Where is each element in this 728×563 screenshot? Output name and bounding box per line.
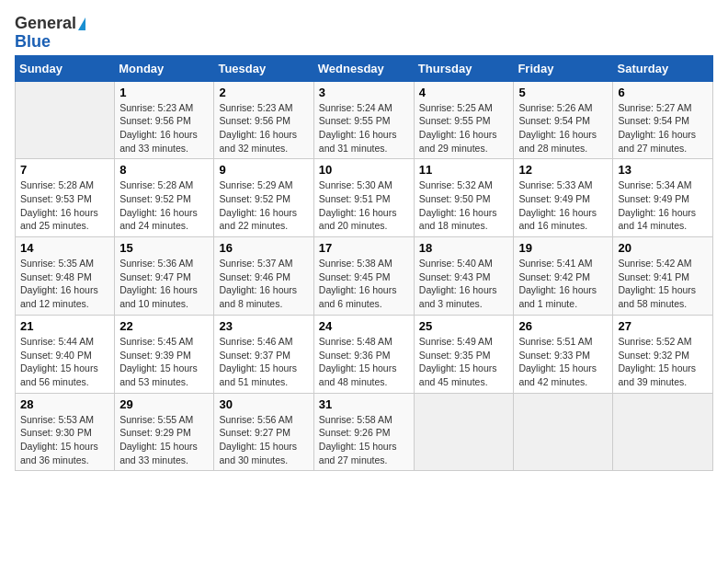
calendar-cell: 31Sunrise: 5:58 AM Sunset: 9:26 PM Dayli… xyxy=(313,393,414,471)
day-info: Sunrise: 5:56 AM Sunset: 9:27 PM Dayligh… xyxy=(219,413,308,467)
day-number: 8 xyxy=(119,163,209,177)
calendar-week-row: 21Sunrise: 5:44 AM Sunset: 9:40 PM Dayli… xyxy=(16,315,713,393)
calendar-cell: 8Sunrise: 5:28 AM Sunset: 9:52 PM Daylig… xyxy=(115,159,214,237)
logo: General Blue xyxy=(15,15,85,52)
day-info: Sunrise: 5:48 AM Sunset: 9:36 PM Dayligh… xyxy=(319,335,409,389)
day-number: 16 xyxy=(219,241,308,255)
calendar-cell: 13Sunrise: 5:34 AM Sunset: 9:49 PM Dayli… xyxy=(613,159,713,237)
day-info: Sunrise: 5:38 AM Sunset: 9:45 PM Dayligh… xyxy=(319,257,409,311)
logo-general-text: General xyxy=(15,14,76,32)
day-number: 17 xyxy=(319,241,409,255)
calendar-cell: 16Sunrise: 5:37 AM Sunset: 9:46 PM Dayli… xyxy=(214,237,313,316)
day-number: 15 xyxy=(119,241,209,255)
calendar-cell: 14Sunrise: 5:35 AM Sunset: 9:48 PM Dayli… xyxy=(16,237,115,316)
day-number: 31 xyxy=(319,397,409,411)
calendar-cell: 29Sunrise: 5:55 AM Sunset: 9:29 PM Dayli… xyxy=(115,393,214,471)
day-info: Sunrise: 5:25 AM Sunset: 9:55 PM Dayligh… xyxy=(419,101,509,155)
calendar-cell xyxy=(414,393,514,471)
calendar-cell: 9Sunrise: 5:29 AM Sunset: 9:52 PM Daylig… xyxy=(214,159,313,237)
day-info: Sunrise: 5:44 AM Sunset: 9:40 PM Dayligh… xyxy=(20,335,109,389)
calendar-cell: 15Sunrise: 5:36 AM Sunset: 9:47 PM Dayli… xyxy=(115,237,214,316)
day-number: 9 xyxy=(219,163,308,177)
day-info: Sunrise: 5:42 AM Sunset: 9:41 PM Dayligh… xyxy=(618,257,708,311)
calendar-week-row: 1Sunrise: 5:23 AM Sunset: 9:56 PM Daylig… xyxy=(16,81,713,159)
calendar-cell: 20Sunrise: 5:42 AM Sunset: 9:41 PM Dayli… xyxy=(613,237,713,316)
day-info: Sunrise: 5:36 AM Sunset: 9:47 PM Dayligh… xyxy=(119,257,209,311)
day-number: 13 xyxy=(618,163,708,177)
day-number: 22 xyxy=(119,319,209,333)
day-number: 19 xyxy=(518,241,608,255)
day-number: 24 xyxy=(319,319,409,333)
calendar-cell: 5Sunrise: 5:26 AM Sunset: 9:54 PM Daylig… xyxy=(514,81,613,159)
day-info: Sunrise: 5:34 AM Sunset: 9:49 PM Dayligh… xyxy=(618,178,708,233)
day-info: Sunrise: 5:32 AM Sunset: 9:50 PM Dayligh… xyxy=(419,178,509,233)
calendar-dow-header: Saturday xyxy=(613,55,713,81)
calendar-cell: 12Sunrise: 5:33 AM Sunset: 9:49 PM Dayli… xyxy=(514,159,613,237)
calendar-cell: 10Sunrise: 5:30 AM Sunset: 9:51 PM Dayli… xyxy=(313,159,414,237)
calendar-cell: 28Sunrise: 5:53 AM Sunset: 9:30 PM Dayli… xyxy=(16,393,115,471)
calendar-dow-header: Wednesday xyxy=(313,55,414,81)
day-number: 21 xyxy=(20,319,109,333)
day-info: Sunrise: 5:29 AM Sunset: 9:52 PM Dayligh… xyxy=(219,178,308,233)
day-info: Sunrise: 5:55 AM Sunset: 9:29 PM Dayligh… xyxy=(119,413,209,467)
day-number: 4 xyxy=(419,86,509,99)
day-number: 30 xyxy=(219,397,308,411)
day-number: 11 xyxy=(419,163,509,177)
day-info: Sunrise: 5:51 AM Sunset: 9:33 PM Dayligh… xyxy=(518,335,608,389)
day-info: Sunrise: 5:28 AM Sunset: 9:52 PM Dayligh… xyxy=(119,178,209,233)
day-number: 25 xyxy=(419,319,509,333)
calendar-cell: 4Sunrise: 5:25 AM Sunset: 9:55 PM Daylig… xyxy=(414,81,514,159)
day-info: Sunrise: 5:27 AM Sunset: 9:54 PM Dayligh… xyxy=(618,101,708,155)
calendar-cell: 17Sunrise: 5:38 AM Sunset: 9:45 PM Dayli… xyxy=(313,237,414,316)
calendar-week-row: 28Sunrise: 5:53 AM Sunset: 9:30 PM Dayli… xyxy=(16,393,713,471)
calendar-cell: 21Sunrise: 5:44 AM Sunset: 9:40 PM Dayli… xyxy=(16,315,115,393)
calendar-dow-header: Sunday xyxy=(16,55,115,81)
calendar-cell xyxy=(16,81,115,159)
day-number: 20 xyxy=(618,241,708,255)
logo-blue-text: Blue xyxy=(15,33,85,52)
calendar-cell: 3Sunrise: 5:24 AM Sunset: 9:55 PM Daylig… xyxy=(313,81,414,159)
calendar-table: SundayMondayTuesdayWednesdayThursdayFrid… xyxy=(15,55,713,472)
calendar-cell: 22Sunrise: 5:45 AM Sunset: 9:39 PM Dayli… xyxy=(115,315,214,393)
day-number: 18 xyxy=(419,241,509,255)
calendar-cell: 11Sunrise: 5:32 AM Sunset: 9:50 PM Dayli… xyxy=(414,159,514,237)
calendar-cell xyxy=(613,393,713,471)
day-number: 12 xyxy=(518,163,608,177)
day-number: 28 xyxy=(20,397,109,411)
day-info: Sunrise: 5:26 AM Sunset: 9:54 PM Dayligh… xyxy=(518,101,608,155)
day-info: Sunrise: 5:53 AM Sunset: 9:30 PM Dayligh… xyxy=(20,413,109,467)
day-info: Sunrise: 5:24 AM Sunset: 9:55 PM Dayligh… xyxy=(319,101,409,155)
calendar-cell: 2Sunrise: 5:23 AM Sunset: 9:56 PM Daylig… xyxy=(214,81,313,159)
day-info: Sunrise: 5:37 AM Sunset: 9:46 PM Dayligh… xyxy=(219,257,308,311)
day-number: 14 xyxy=(20,241,109,255)
day-info: Sunrise: 5:52 AM Sunset: 9:32 PM Dayligh… xyxy=(618,335,708,389)
day-number: 5 xyxy=(518,86,608,99)
day-number: 10 xyxy=(319,163,409,177)
calendar-cell: 23Sunrise: 5:46 AM Sunset: 9:37 PM Dayli… xyxy=(214,315,313,393)
calendar-dow-header: Friday xyxy=(514,55,613,81)
calendar-cell: 19Sunrise: 5:41 AM Sunset: 9:42 PM Dayli… xyxy=(514,237,613,316)
calendar-cell: 30Sunrise: 5:56 AM Sunset: 9:27 PM Dayli… xyxy=(214,393,313,471)
day-info: Sunrise: 5:58 AM Sunset: 9:26 PM Dayligh… xyxy=(319,413,409,467)
day-info: Sunrise: 5:45 AM Sunset: 9:39 PM Dayligh… xyxy=(119,335,209,389)
calendar-cell: 26Sunrise: 5:51 AM Sunset: 9:33 PM Dayli… xyxy=(514,315,613,393)
calendar-cell: 7Sunrise: 5:28 AM Sunset: 9:53 PM Daylig… xyxy=(16,159,115,237)
day-number: 1 xyxy=(119,86,209,99)
day-info: Sunrise: 5:46 AM Sunset: 9:37 PM Dayligh… xyxy=(219,335,308,389)
day-info: Sunrise: 5:40 AM Sunset: 9:43 PM Dayligh… xyxy=(419,257,509,311)
day-number: 26 xyxy=(518,319,608,333)
day-number: 7 xyxy=(20,163,109,177)
day-info: Sunrise: 5:41 AM Sunset: 9:42 PM Dayligh… xyxy=(518,257,608,311)
day-number: 2 xyxy=(219,86,308,99)
calendar-dow-header: Monday xyxy=(115,55,214,81)
day-number: 6 xyxy=(618,86,708,99)
page-header: General Blue xyxy=(15,15,713,52)
day-number: 27 xyxy=(618,319,708,333)
calendar-week-row: 7Sunrise: 5:28 AM Sunset: 9:53 PM Daylig… xyxy=(16,159,713,237)
day-info: Sunrise: 5:49 AM Sunset: 9:35 PM Dayligh… xyxy=(419,335,509,389)
calendar-cell xyxy=(514,393,613,471)
calendar-cell: 25Sunrise: 5:49 AM Sunset: 9:35 PM Dayli… xyxy=(414,315,514,393)
calendar-cell: 1Sunrise: 5:23 AM Sunset: 9:56 PM Daylig… xyxy=(115,81,214,159)
day-info: Sunrise: 5:30 AM Sunset: 9:51 PM Dayligh… xyxy=(319,178,409,233)
calendar-dow-header: Tuesday xyxy=(214,55,313,81)
